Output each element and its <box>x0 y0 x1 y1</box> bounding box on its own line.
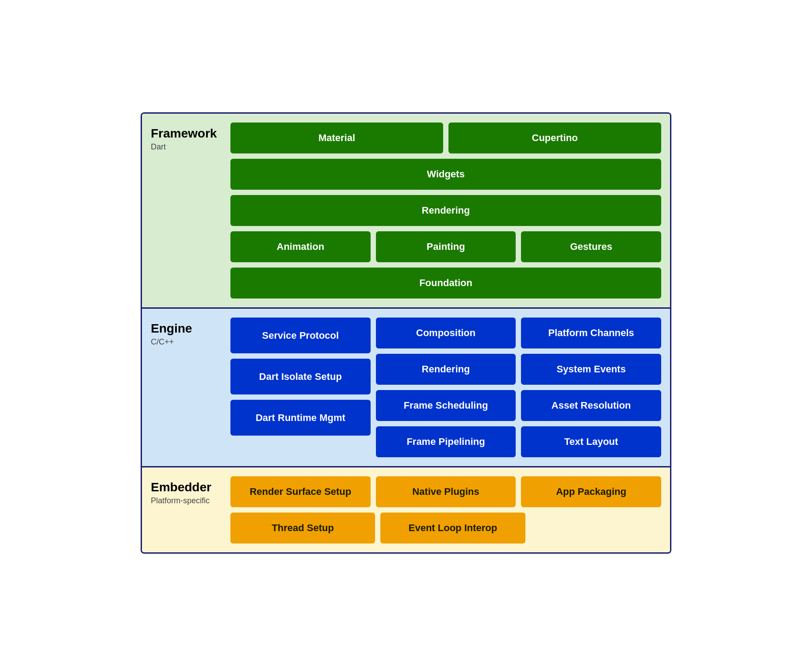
framework-subtitle: Dart <box>151 142 224 152</box>
dart-isolate-setup-box: Dart Isolate Setup <box>230 359 371 394</box>
engine-label: Engine C/C++ <box>151 318 230 457</box>
engine-col-mid: Composition Rendering Frame Scheduling F… <box>376 318 516 457</box>
framework-row-5: Foundation <box>230 268 661 299</box>
animation-box: Animation <box>230 231 371 262</box>
embedder-content: Render Surface Setup Native Plugins App … <box>230 476 661 544</box>
embedder-row-1: Render Surface Setup Native Plugins App … <box>230 476 661 507</box>
event-loop-interop-box: Event Loop Interop <box>380 513 525 544</box>
rendering-box: Rendering <box>230 195 661 226</box>
frame-pipelining-box: Frame Pipelining <box>376 426 516 457</box>
engine-layer: Engine C/C++ Service Protocol Dart Isola… <box>142 309 670 467</box>
embedder-title: Embedder <box>151 481 224 494</box>
framework-label: Framework Dart <box>151 122 230 299</box>
framework-row-3: Rendering <box>230 195 661 226</box>
embedder-layer: Embedder Platform-specific Render Surfac… <box>142 467 670 552</box>
service-protocol-box: Service Protocol <box>230 318 371 353</box>
framework-layer: Framework Dart Material Cupertino Widget… <box>142 114 670 309</box>
embedder-subtitle: Platform-specific <box>151 496 224 505</box>
embedder-row-2: Thread Setup Event Loop Interop <box>230 513 661 544</box>
engine-col-right: Platform Channels System Events Asset Re… <box>521 318 661 457</box>
flutter-architecture-diagram: Framework Dart Material Cupertino Widget… <box>141 112 671 554</box>
engine-content: Service Protocol Dart Isolate Setup Dart… <box>230 318 661 457</box>
platform-channels-box: Platform Channels <box>521 318 661 348</box>
painting-box: Painting <box>376 231 516 262</box>
engine-title: Engine <box>151 322 224 336</box>
asset-resolution-box: Asset Resolution <box>521 390 661 421</box>
app-packaging-box: App Packaging <box>521 476 661 507</box>
dart-runtime-mgmt-box: Dart Runtime Mgmt <box>230 400 371 436</box>
widgets-box: Widgets <box>230 159 661 190</box>
foundation-box: Foundation <box>230 268 661 299</box>
engine-col-left: Service Protocol Dart Isolate Setup Dart… <box>230 318 371 457</box>
framework-row-4: Animation Painting Gestures <box>230 231 661 262</box>
frame-scheduling-box: Frame Scheduling <box>376 390 516 421</box>
engine-subtitle: C/C++ <box>151 337 224 347</box>
cupertino-box: Cupertino <box>448 122 661 153</box>
render-surface-setup-box: Render Surface Setup <box>230 476 371 507</box>
embedder-label: Embedder Platform-specific <box>151 476 230 544</box>
framework-content: Material Cupertino Widgets Rendering Ani… <box>230 122 661 299</box>
text-layout-box: Text Layout <box>521 426 661 457</box>
gestures-box: Gestures <box>521 231 661 262</box>
engine-rendering-box: Rendering <box>376 354 516 385</box>
material-box: Material <box>230 122 443 153</box>
thread-setup-box: Thread Setup <box>230 513 375 544</box>
composition-box: Composition <box>376 318 516 348</box>
system-events-box: System Events <box>521 354 661 385</box>
framework-row-1: Material Cupertino <box>230 122 661 153</box>
framework-row-2: Widgets <box>230 159 661 190</box>
native-plugins-box: Native Plugins <box>376 476 516 507</box>
framework-title: Framework <box>151 127 224 141</box>
